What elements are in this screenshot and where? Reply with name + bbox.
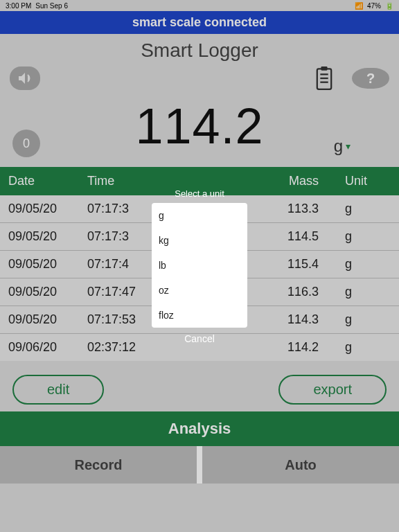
wifi-icon: 📶 (355, 2, 363, 10)
unit-option[interactable]: kg (152, 228, 247, 253)
cell-date: 09/05/20 (6, 229, 87, 244)
tab-divider (197, 446, 202, 484)
tab-auto[interactable]: Auto (202, 446, 399, 484)
reading-value: 114.2 (135, 98, 263, 154)
analysis-bar[interactable]: Analysis (0, 411, 399, 446)
battery-pct: 47% (367, 2, 381, 10)
action-row: edit export (0, 361, 399, 411)
cell-unit: g (345, 340, 393, 355)
status-time: 3:00 PM (6, 2, 31, 10)
cell-date: 09/05/20 (6, 257, 87, 272)
cell-date: 09/06/20 (6, 340, 87, 355)
modal-title: Select a unit (152, 187, 247, 203)
unit-option[interactable]: lb (152, 253, 247, 278)
page-title: Smart Logger (0, 34, 399, 66)
question-icon: ? (366, 71, 375, 87)
status-bar: 3:00 PM Sun Sep 6 📶 47% 🔋 (0, 0, 399, 11)
col-time: Time (87, 174, 191, 188)
unit-label: g (334, 136, 343, 156)
cell-unit: g (345, 229, 393, 244)
help-button[interactable]: ? (352, 68, 389, 89)
clipboard-icon (314, 66, 335, 90)
modal-options: gkglbozfloz (152, 203, 247, 328)
unit-option[interactable]: g (152, 203, 247, 228)
cell-unit: g (345, 285, 393, 299)
status-date: Sun Sep 6 (35, 2, 68, 10)
sound-button[interactable] (10, 66, 40, 91)
clipboard-button[interactable] (309, 66, 339, 91)
col-unit: Unit (345, 174, 393, 188)
reading-area: 0 114.2 g ▾ (0, 94, 399, 167)
bottom-tabs: Record Auto (0, 446, 399, 484)
col-mass: Mass (227, 174, 345, 188)
cell-unit: g (345, 312, 393, 327)
unit-option[interactable]: floz (152, 303, 247, 328)
unit-option[interactable]: oz (152, 278, 247, 303)
unit-selector[interactable]: g ▾ (334, 136, 351, 156)
speaker-icon (10, 66, 40, 90)
chevron-down-icon: ▾ (346, 141, 351, 152)
modal-cancel[interactable]: Cancel (152, 328, 247, 344)
cell-date: 09/05/20 (6, 312, 87, 327)
tab-record[interactable]: Record (0, 446, 197, 484)
svg-rect-1 (321, 66, 327, 71)
counter-badge[interactable]: 0 (12, 130, 40, 157)
cell-unit: g (345, 257, 393, 272)
battery-icon: 🔋 (385, 2, 393, 10)
cell-unit: g (345, 202, 393, 216)
edit-button[interactable]: edit (12, 375, 104, 405)
unit-modal: Select a unit gkglbozfloz Cancel (152, 187, 247, 344)
connection-banner: smart scale connected (0, 11, 399, 34)
cell-date: 09/05/20 (6, 285, 87, 299)
toolbar: ? (0, 66, 399, 94)
export-button[interactable]: export (278, 375, 387, 405)
cell-date: 09/05/20 (6, 202, 87, 216)
col-date: Date (6, 174, 87, 188)
